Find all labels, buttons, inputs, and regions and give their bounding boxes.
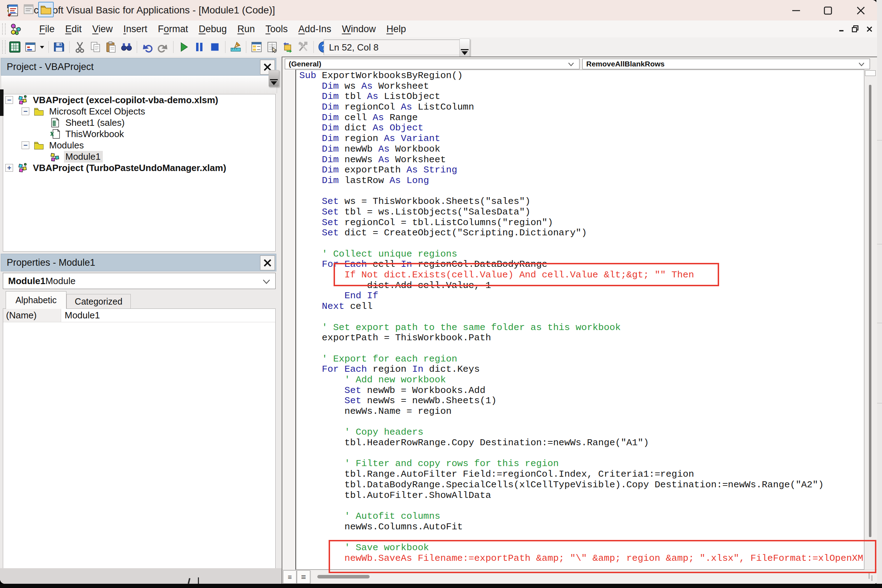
procedure-dropdown[interactable]: RemoveAllBlankRows: [582, 58, 870, 69]
properties-object-dropdown[interactable]: Module1 Module: [3, 273, 276, 289]
divider: [876, 403, 882, 404]
find-icon-button[interactable]: [119, 39, 134, 55]
tree-item-label: Modules: [48, 140, 86, 151]
property-row[interactable]: (Name)Module1: [3, 309, 275, 322]
toolbar-separator: [48, 41, 49, 53]
reset-icon-button[interactable]: [207, 39, 223, 55]
tree-item-vbaproject-excel-copilot-vba-demo-xlsm-[interactable]: −VBAProject (excel-copilot-vba-demo.xlsm…: [3, 94, 275, 106]
menu-insert[interactable]: Insert: [118, 24, 153, 34]
tree-item-label: Microsoft Excel Objects: [48, 106, 147, 117]
code-line: newWs.Name = region: [299, 406, 858, 417]
tree-item-thisworkbook[interactable]: ThisWorkbook: [3, 128, 275, 140]
save-icon-button[interactable]: [51, 39, 67, 55]
menu-tools[interactable]: Tools: [260, 24, 293, 34]
resize-grip[interactable]: [868, 573, 870, 579]
code-line: ' Export for each region: [299, 354, 858, 364]
break-icon-button[interactable]: [192, 39, 207, 55]
chevron-down-icon: [271, 81, 277, 85]
background-window-edge: [876, 0, 882, 588]
view-code-button[interactable]: [6, 2, 21, 16]
minimize-button[interactable]: [788, 5, 804, 16]
code-line: ' Collect unique regions: [299, 249, 858, 260]
project-tree[interactable]: −VBAProject (excel-copilot-vba-demo.xlsm…: [3, 94, 276, 252]
toolbar-separator: [137, 41, 137, 53]
view-object-button[interactable]: [21, 2, 36, 16]
full-module-view-button[interactable]: ≡: [297, 570, 310, 584]
vbe-window: Microsoft Visual Basic for Applications …: [0, 0, 877, 584]
tree-item-vbaproject-turbopasteundomanager-xlam-[interactable]: +VBAProject (TurboPasteUndoManager.xlam): [3, 162, 275, 174]
collapse-icon[interactable]: −: [21, 107, 29, 115]
menu-format[interactable]: Format: [153, 24, 194, 34]
mdi-close-button[interactable]: [864, 24, 876, 34]
toolbar-separator: [314, 41, 314, 53]
code-line: [299, 344, 858, 354]
object-browser-icon-button[interactable]: [280, 39, 296, 55]
code-line: End If: [299, 291, 858, 302]
tab-categorized[interactable]: Categorized: [66, 294, 131, 309]
code-line: ' Set export path to the same folder as …: [299, 322, 858, 333]
menu-edit[interactable]: Edit: [60, 24, 87, 34]
tree-item-sheet1-sales-[interactable]: Sheet1 (sales): [3, 117, 275, 128]
run-icon-button[interactable]: [176, 39, 192, 55]
menu-view[interactable]: View: [87, 24, 118, 34]
tree-item-microsoft-excel-objects[interactable]: −Microsoft Excel Objects: [3, 106, 275, 117]
vertical-scrollbar-thumb[interactable]: [869, 85, 872, 537]
taskbar-fragment: [198, 578, 199, 584]
mdi-minimize-button[interactable]: [836, 24, 848, 34]
code-line: tbl.Range.AutoFilter Field:=regionCol.In…: [299, 469, 858, 480]
collapse-icon[interactable]: −: [21, 141, 29, 149]
property-value[interactable]: Module1: [61, 309, 275, 322]
collapse-icon[interactable]: −: [5, 96, 13, 104]
caret-icon-button[interactable]: [38, 39, 46, 55]
toolbox-icon-button[interactable]: [296, 39, 311, 55]
horizontal-scrollbar-thumb[interactable]: [317, 575, 370, 579]
code-line: [299, 186, 858, 197]
code-line: Dim tbl As ListObject: [299, 92, 858, 102]
split-handle[interactable]: [865, 70, 876, 76]
maximize-button[interactable]: [820, 5, 836, 16]
project-panel-header[interactable]: Project - VBAProject: [1, 58, 276, 76]
toolbar-separator: [173, 41, 174, 53]
close-button[interactable]: [853, 5, 869, 16]
tab-alphabetic[interactable]: Alphabetic: [6, 291, 66, 309]
code-line: tbl.HeaderRowRange.Copy Destination:=new…: [299, 438, 858, 448]
object-dropdown[interactable]: (General): [285, 58, 579, 69]
toolbar-options-overflow-button[interactable]: [459, 39, 470, 57]
toggle-folders-button[interactable]: [38, 2, 54, 17]
toolbar-drag-grip[interactable]: [2, 40, 6, 54]
paste-icon-button[interactable]: [103, 39, 119, 55]
properties-panel-header[interactable]: Properties - Module1: [1, 254, 276, 272]
menu-window[interactable]: Window: [336, 24, 381, 34]
design-mode-icon-button[interactable]: [228, 39, 243, 55]
redo-icon-button[interactable]: [155, 39, 171, 55]
menubar-drag-grip[interactable]: [2, 23, 6, 34]
menu-add-ins[interactable]: Add-Ins: [293, 24, 336, 34]
chevron-down-icon: [262, 276, 270, 286]
properties-panel-close-button[interactable]: [260, 255, 275, 270]
tree-item-module1[interactable]: Module1: [3, 151, 275, 162]
procedure-view-button[interactable]: ≡: [283, 570, 297, 584]
menu-run[interactable]: Run: [232, 24, 260, 34]
code-line: [299, 501, 858, 512]
code-line: Set newWs = newWb.Sheets(1): [299, 396, 858, 406]
code-line: Dim newWs As Worksheet: [299, 155, 858, 165]
sheet-icon: [49, 117, 61, 128]
menu-help[interactable]: Help: [381, 24, 411, 34]
mdi-restore-button[interactable]: [849, 24, 861, 34]
cut-icon-button[interactable]: [72, 39, 88, 55]
project-explorer-icon-button[interactable]: [249, 39, 264, 55]
copy-icon-button[interactable]: [88, 39, 103, 55]
divider: [876, 244, 882, 244]
undo-icon-button[interactable]: [140, 39, 155, 55]
resize-grip[interactable]: [872, 575, 873, 581]
properties-window-icon-button[interactable]: [264, 39, 280, 55]
tree-item-modules[interactable]: −Modules: [3, 140, 275, 151]
expand-icon[interactable]: +: [5, 164, 13, 172]
excel-icon-button[interactable]: [7, 39, 22, 55]
chevron-down-icon: [462, 51, 468, 55]
menu-file[interactable]: File: [34, 24, 60, 34]
menu-debug[interactable]: Debug: [193, 24, 232, 34]
horizontal-scrollbar[interactable]: [282, 570, 877, 584]
userform-icon-button[interactable]: [22, 39, 38, 55]
project-panel-scroll-top[interactable]: [268, 70, 279, 87]
